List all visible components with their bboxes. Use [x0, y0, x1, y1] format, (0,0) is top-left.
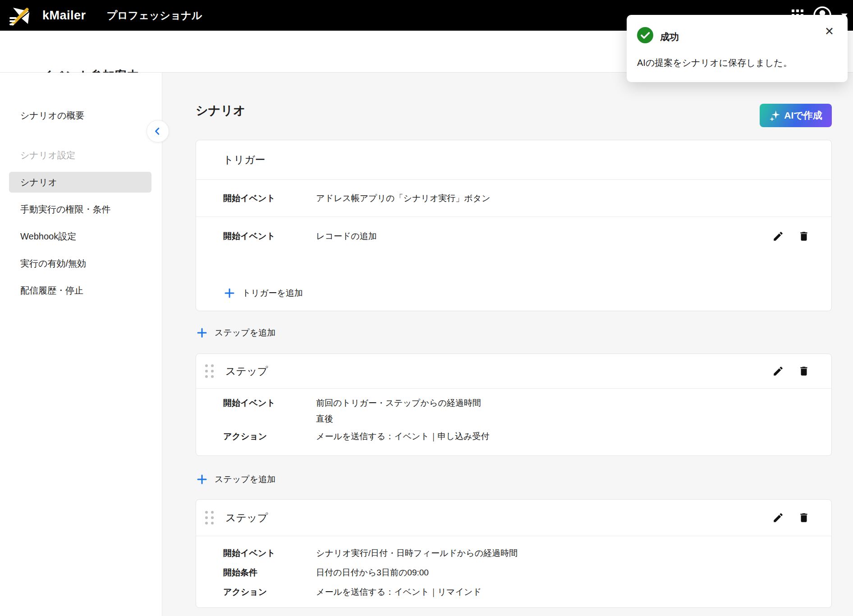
add-step-button[interactable]: ステップを追加 [197, 324, 832, 342]
trigger-card: トリガー 開始イベント アドレス帳アプリの「シナリオ実行」ボタン 開始イベント … [196, 140, 832, 311]
app-root: kMailer プロフェッショナル イベント参加案内 無効 [0, 0, 853, 616]
brand-name: kMailer [42, 9, 86, 23]
row-value: レコードの追加 [316, 230, 377, 242]
row-value: アドレス帳アプリの「シナリオ実行」ボタン [316, 193, 491, 204]
sidebar-item-scenario[interactable]: シナリオ [9, 172, 151, 193]
row-label: 開始イベント [223, 395, 316, 427]
step-card: ステップ [196, 354, 832, 456]
pencil-icon [772, 230, 784, 242]
delete-step-button[interactable] [798, 365, 810, 377]
step-row: アクション メールを送信する：イベント｜リマインド [223, 582, 810, 602]
pencil-icon [772, 365, 784, 377]
row-value: メールを送信する：イベント｜リマインド [316, 582, 482, 602]
sidebar-item-webhook[interactable]: Webhook設定 [0, 226, 162, 247]
delete-step-button[interactable] [798, 512, 810, 524]
step-row: 開始条件 日付の日付から3日前の09:00 [223, 563, 810, 582]
row-label: 開始イベント [223, 193, 316, 204]
row-value: 日付の日付から3日前の09:00 [316, 563, 429, 582]
row-value: シナリオ実行/日付・日時フィールドからの経過時間 [316, 543, 518, 563]
trigger-card-title: トリガー [196, 140, 831, 179]
main-area: シナリオ AIで作成 トリガー 開始イベント アドレス帳アプリの「シナリオ実行」… [163, 73, 853, 616]
row-label: 開始条件 [223, 563, 316, 582]
trigger-row: 開始イベント アドレス帳アプリの「シナリオ実行」ボタン [196, 180, 831, 216]
sidebar-item-overview[interactable]: シナリオの概要 [0, 105, 162, 126]
delete-trigger-button[interactable] [798, 230, 810, 242]
success-toast: 成功 ✕ AIの提案をシナリオに保存しました。 [627, 15, 848, 82]
row-value: 前回のトリガー・ステップからの経過時間 直後 [316, 395, 481, 427]
row-label: 開始イベント [223, 230, 316, 242]
sidebar-section-settings: シナリオ設定 [0, 145, 162, 165]
plan-name: プロフェッショナル [107, 9, 202, 23]
row-value: メールを送信する：イベント｜申し込み受付 [316, 428, 490, 444]
trash-icon [798, 230, 810, 242]
pencil-icon [772, 512, 784, 524]
step-card: ステップ [196, 499, 832, 608]
drag-handle[interactable] [205, 511, 214, 524]
row-label: アクション [223, 582, 316, 602]
row-label: アクション [223, 428, 316, 444]
ai-create-button[interactable]: AIで作成 [760, 104, 832, 127]
step-title: ステップ [225, 511, 268, 525]
toast-message: AIの提案をシナリオに保存しました。 [637, 57, 792, 69]
close-icon[interactable]: ✕ [824, 25, 835, 38]
trash-icon [798, 365, 810, 377]
sparkles-icon [769, 110, 780, 121]
sidebar: シナリオの概要 シナリオ設定 シナリオ 手動実行の権限・条件 Webhook設定… [0, 73, 162, 616]
edit-step-button[interactable] [772, 365, 784, 377]
sidebar-item-manual-permissions[interactable]: 手動実行の権限・条件 [0, 199, 162, 220]
row-label: 開始イベント [223, 543, 316, 563]
sidebar-item-delivery-history[interactable]: 配信履歴・停止 [0, 280, 162, 301]
edit-step-button[interactable] [772, 512, 784, 524]
sidebar-item-execution-toggle[interactable]: 実行の有効/無効 [0, 253, 162, 274]
step-row: 開始イベント シナリオ実行/日付・日時フィールドからの経過時間 [223, 543, 810, 563]
add-trigger-button[interactable]: トリガーを追加 [196, 278, 831, 308]
trash-icon [798, 512, 810, 524]
check-circle-icon [637, 27, 653, 45]
chevron-left-icon [153, 126, 163, 136]
trigger-row: 開始イベント レコードの追加 [196, 217, 831, 256]
add-step-button[interactable]: ステップを追加 [197, 470, 832, 488]
plus-icon [197, 328, 207, 338]
edit-trigger-button[interactable] [772, 230, 784, 242]
step-row: 開始イベント 前回のトリガー・ステップからの経過時間 直後 [223, 395, 810, 427]
step-row: アクション メールを送信する：イベント｜申し込み受付 [223, 428, 810, 444]
kmailer-logo-icon [9, 5, 31, 26]
sidebar-collapse-button[interactable] [147, 120, 169, 143]
drag-handle[interactable] [205, 364, 214, 378]
plus-icon [225, 288, 234, 298]
step-title: ステップ [225, 364, 268, 378]
toast-title: 成功 [660, 31, 679, 43]
scenario-heading: シナリオ [196, 103, 832, 118]
plus-icon [197, 474, 207, 484]
